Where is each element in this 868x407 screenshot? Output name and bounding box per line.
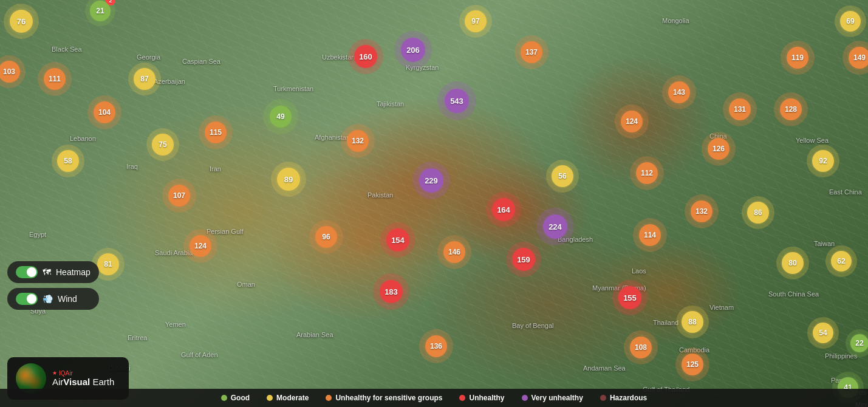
marker-value: 183 <box>380 280 403 303</box>
marker-value: 21 <box>90 1 111 21</box>
marker-value: 107 <box>168 185 190 207</box>
aqi-marker[interactable]: 89 <box>271 162 306 197</box>
aqi-marker[interactable]: 543 <box>437 81 476 120</box>
aqi-marker[interactable]: 108 <box>624 330 658 364</box>
aqi-marker[interactable]: 164 <box>486 192 521 227</box>
legend[interactable]: GoodModerateUnhealthy for sensitive grou… <box>0 389 868 407</box>
legend-color-dot <box>459 395 465 401</box>
aqi-marker[interactable]: 58 <box>52 145 84 177</box>
marker-value: 92 <box>812 150 834 172</box>
aqi-marker[interactable]: 119 <box>781 41 815 75</box>
marker-value: 543 <box>445 89 469 113</box>
aqi-marker[interactable]: 49 <box>263 99 298 134</box>
aqi-marker[interactable]: 229 <box>412 162 450 199</box>
heatmap-icon: 🗺 <box>43 267 51 277</box>
marker-value: 124 <box>621 111 643 132</box>
aqi-marker[interactable]: 86 <box>742 196 774 229</box>
marker-value: 75 <box>152 134 174 156</box>
marker-value: 164 <box>492 198 515 221</box>
aqi-marker[interactable]: 131 <box>723 92 757 126</box>
aqi-marker[interactable]: 183 <box>373 273 409 310</box>
wind-toggle[interactable]: 💨 Wind <box>7 288 99 310</box>
map-container[interactable]: Black SeaGeorgiaAzerbaijanCaspian SeaTur… <box>0 0 868 407</box>
wind-switch[interactable] <box>16 293 38 305</box>
marker-value: 115 <box>205 121 227 143</box>
legend-label: Very unhealthy <box>531 394 583 402</box>
marker-value: 22 <box>850 334 868 352</box>
marker-value: 76 <box>10 10 33 33</box>
marker-value: 124 <box>190 235 211 257</box>
marker-value: 128 <box>780 98 802 120</box>
aqi-marker[interactable]: 75 <box>146 128 179 161</box>
marker-value: 86 <box>747 202 769 224</box>
aqi-marker[interactable]: 76 <box>4 4 39 39</box>
marker-value: 131 <box>729 98 751 120</box>
marker-value: 132 <box>691 200 713 222</box>
aqi-marker[interactable]: 114 <box>633 218 667 252</box>
aqi-marker[interactable]: 112 <box>630 156 664 190</box>
marker-value: 114 <box>639 224 661 246</box>
aqi-marker[interactable]: 107 <box>162 179 196 213</box>
aqi-marker[interactable]: 54 <box>807 317 839 349</box>
marker-value: 149 <box>849 47 868 69</box>
aqi-marker[interactable]: 137 <box>514 35 548 69</box>
aqi-marker[interactable]: 154 <box>380 222 415 258</box>
heatmap-toggle[interactable]: 🗺 Heatmap <box>7 261 99 283</box>
marker-value: 126 <box>708 138 730 160</box>
aqi-marker[interactable]: 126 <box>702 132 736 166</box>
aqi-marker[interactable]: 80 <box>776 247 809 279</box>
aqi-marker[interactable]: 128 <box>774 92 808 126</box>
marker-value: 87 <box>134 68 155 90</box>
legend-label: Hazardous <box>610 394 647 402</box>
marker-value: 88 <box>682 311 703 333</box>
aqi-marker[interactable]: 97 <box>459 5 492 38</box>
marker-value: 206 <box>401 38 425 62</box>
legend-item[interactable]: Hazardous <box>592 391 655 405</box>
aqi-marker[interactable]: 124 <box>615 104 649 139</box>
marker-value: 132 <box>347 130 369 152</box>
aqi-marker[interactable]: 132 <box>685 194 719 228</box>
legend-item[interactable]: Moderate <box>258 391 317 405</box>
aqi-marker[interactable]: 155 <box>612 280 648 315</box>
marker-value: 54 <box>813 323 833 343</box>
aqi-marker[interactable]: 111 <box>38 62 72 96</box>
controls-panel: 🗺 Heatmap 💨 Wind <box>7 261 99 310</box>
legend-item[interactable]: Unhealthy for sensitive groups <box>317 391 451 405</box>
heatmap-label: Heatmap <box>56 267 91 277</box>
aqi-marker[interactable]: 224 <box>536 208 574 245</box>
aqi-marker[interactable]: 146 <box>437 235 471 269</box>
aqi-marker[interactable]: 115 <box>199 115 233 149</box>
aqi-marker[interactable]: 96 <box>309 220 343 254</box>
legend-item[interactable]: Very unhealthy <box>513 391 592 405</box>
marker-value: 112 <box>636 162 658 184</box>
marker-value: 62 <box>831 251 852 272</box>
aqi-marker[interactable]: 124 <box>183 229 217 263</box>
aqi-marker[interactable]: 87 <box>128 63 161 95</box>
aqi-marker[interactable]: 62 <box>825 245 857 277</box>
aqi-marker[interactable]: 56 <box>546 160 579 193</box>
legend-color-dot <box>267 395 273 401</box>
marker-value: 143 <box>668 81 690 103</box>
legend-item[interactable]: Unhealthy <box>451 391 513 405</box>
heatmap-switch[interactable] <box>16 266 38 278</box>
aqi-marker[interactable]: 92 <box>807 145 839 177</box>
aqi-marker[interactable]: 69 <box>835 5 866 37</box>
aqi-marker[interactable]: 125 <box>675 347 709 381</box>
marker-value: 56 <box>552 165 573 187</box>
aqi-marker[interactable]: 160 <box>348 39 383 74</box>
aqi-marker[interactable]: 206 <box>394 31 432 69</box>
aqi-marker[interactable]: 159 <box>506 242 541 277</box>
aqi-marker[interactable]: 132 <box>341 124 375 158</box>
marker-value: 125 <box>682 354 703 375</box>
marker-value: 154 <box>386 228 409 251</box>
marker-value: 97 <box>465 10 487 32</box>
legend-color-dot <box>326 395 332 401</box>
marker-value: 69 <box>840 11 861 32</box>
legend-item[interactable]: Good <box>213 391 258 405</box>
aqi-marker[interactable]: 88 <box>676 306 709 338</box>
marker-value: 89 <box>277 168 300 191</box>
wind-icon: 💨 <box>43 294 53 304</box>
aqi-marker[interactable]: 104 <box>87 95 121 129</box>
aqi-marker[interactable]: 143 <box>662 75 696 109</box>
aqi-marker[interactable]: 136 <box>419 329 453 363</box>
